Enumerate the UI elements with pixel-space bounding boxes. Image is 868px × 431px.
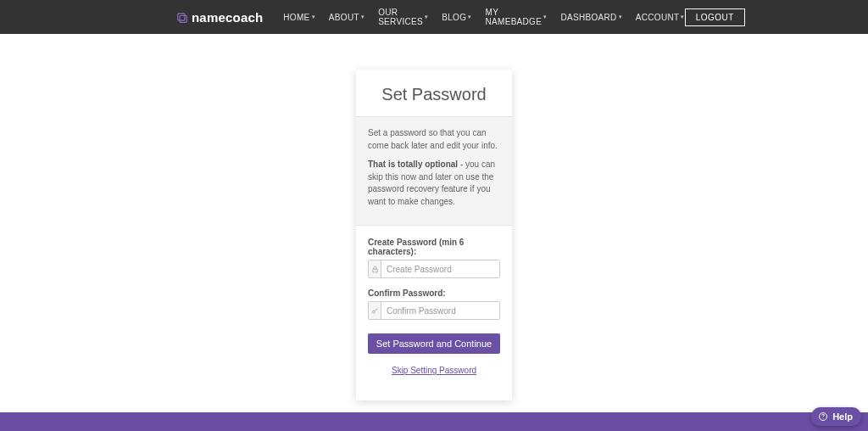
confirm-password-input[interactable] [381,302,499,319]
chevron-down-icon: ▾ [425,14,428,20]
nav-item-account[interactable]: ACCOUNT▾ [636,13,685,22]
card-title: Set Password [356,70,512,116]
set-password-button[interactable]: Set Password and Continue [368,333,500,354]
chevron-down-icon: ▾ [543,14,547,20]
nav-item-my-namebadge[interactable]: MY NAMEBADGE▾ [486,8,548,26]
svg-point-3 [372,311,375,313]
svg-point-5 [823,418,824,419]
password-form: Create Password (min 6 characters): Conf… [356,226,512,400]
confirm-password-group [368,301,500,320]
nav-item-about[interactable]: ABOUT▾ [329,13,364,22]
svg-rect-1 [180,15,186,22]
help-label: Help [832,411,853,422]
chevron-down-icon: ▾ [312,14,315,20]
create-password-group [368,260,500,278]
brand-icon [176,11,188,23]
set-password-card: Set Password Set a password so that you … [356,70,512,400]
key-icon [369,302,381,319]
lock-icon [369,260,381,277]
logout-button[interactable]: LOGOUT [685,8,745,26]
nav-item-dashboard[interactable]: DASHBOARD▾ [560,13,621,22]
info-line-1: Set a password so that you can come back… [368,127,500,152]
card-info: Set a password so that you can come back… [356,116,512,226]
info-bold: That is totally optional [368,160,458,169]
brand-name: namecoach [192,10,263,25]
chevron-down-icon: ▾ [468,14,471,20]
svg-rect-0 [178,14,185,20]
info-line-2: That is totally optional - you can skip … [368,159,500,208]
skip-password-link[interactable]: Skip Setting Password [368,366,500,375]
top-navbar: namecoach HOME▾ ABOUT▾ OUR SERVICES▾ BLO… [0,0,868,34]
chevron-down-icon: ▾ [619,14,622,20]
chevron-down-icon: ▾ [361,14,364,20]
nav-item-our-services[interactable]: OUR SERVICES▾ [378,8,428,26]
confirm-password-label: Confirm Password: [368,288,500,298]
footer-bar [0,412,868,431]
nav-menu: HOME▾ ABOUT▾ OUR SERVICES▾ BLOG▾ MY NAME… [283,8,684,26]
help-widget[interactable]: Help [811,407,861,426]
help-icon [818,411,828,422]
nav-item-home[interactable]: HOME▾ [283,13,315,22]
svg-rect-2 [372,269,376,272]
create-password-input[interactable] [381,260,499,277]
create-password-label: Create Password (min 6 characters): [368,238,500,256]
nav-item-blog[interactable]: BLOG▾ [442,13,471,22]
brand[interactable]: namecoach [176,10,263,25]
chevron-down-icon: ▾ [681,14,684,20]
